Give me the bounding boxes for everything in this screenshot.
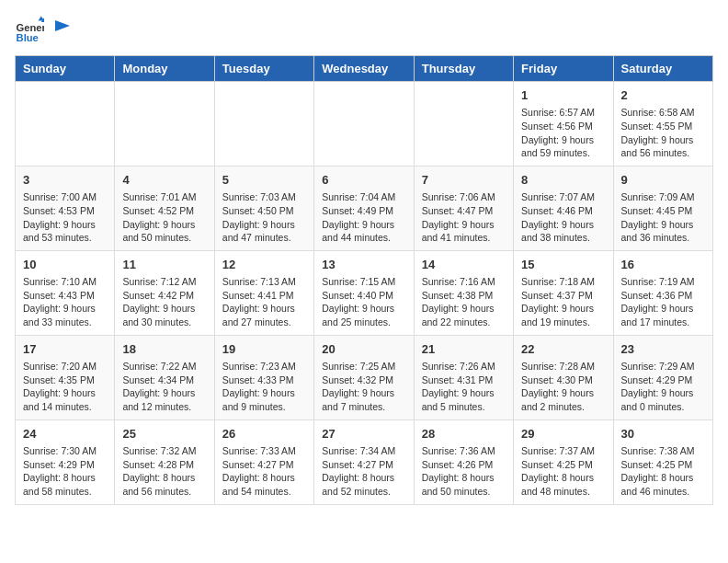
day-number: 27: [322, 426, 405, 442]
day-info: Sunrise: 7:07 AM Sunset: 4:46 PM Dayligh…: [521, 190, 605, 245]
calendar-cell: 16Sunrise: 7:19 AM Sunset: 4:36 PM Dayli…: [613, 250, 712, 335]
day-number: 10: [23, 257, 107, 273]
svg-marker-4: [55, 20, 70, 31]
weekday-header-tuesday: Tuesday: [214, 56, 313, 82]
day-info: Sunrise: 7:12 AM Sunset: 4:42 PM Dayligh…: [122, 275, 206, 329]
day-number: 22: [521, 341, 605, 358]
calendar-cell: 15Sunrise: 7:18 AM Sunset: 4:37 PM Dayli…: [514, 250, 613, 335]
calendar-cell: [214, 82, 313, 167]
calendar-cell: 12Sunrise: 7:13 AM Sunset: 4:41 PM Dayli…: [214, 250, 313, 335]
calendar-cell: [115, 82, 214, 167]
calendar-cell: 11Sunrise: 7:12 AM Sunset: 4:42 PM Dayli…: [115, 250, 214, 335]
day-number: 26: [222, 426, 306, 442]
day-info: Sunrise: 7:10 AM Sunset: 4:43 PM Dayligh…: [23, 275, 107, 329]
day-info: Sunrise: 6:57 AM Sunset: 4:56 PM Dayligh…: [521, 106, 605, 160]
weekday-header-thursday: Thursday: [414, 56, 513, 82]
calendar-cell: 14Sunrise: 7:16 AM Sunset: 4:38 PM Dayli…: [414, 250, 513, 335]
day-number: 6: [322, 172, 405, 189]
calendar-week-3: 10Sunrise: 7:10 AM Sunset: 4:43 PM Dayli…: [16, 250, 713, 335]
weekday-header-saturday: Saturday: [613, 56, 712, 82]
calendar-cell: [314, 82, 414, 167]
day-number: 19: [222, 341, 306, 358]
calendar-week-4: 17Sunrise: 7:20 AM Sunset: 4:35 PM Dayli…: [16, 335, 713, 419]
day-info: Sunrise: 7:33 AM Sunset: 4:27 PM Dayligh…: [222, 444, 306, 499]
day-info: Sunrise: 7:32 AM Sunset: 4:28 PM Dayligh…: [122, 444, 206, 499]
day-number: 23: [621, 341, 705, 358]
day-number: 28: [422, 426, 506, 442]
svg-text:Blue: Blue: [17, 32, 39, 43]
day-info: Sunrise: 7:03 AM Sunset: 4:50 PM Dayligh…: [222, 190, 306, 245]
day-number: 1: [521, 87, 605, 104]
calendar-cell: 21Sunrise: 7:26 AM Sunset: 4:31 PM Dayli…: [414, 335, 513, 419]
calendar-week-5: 24Sunrise: 7:30 AM Sunset: 4:29 PM Dayli…: [16, 419, 713, 504]
day-number: 3: [23, 172, 107, 189]
calendar-cell: 13Sunrise: 7:15 AM Sunset: 4:40 PM Dayli…: [314, 250, 414, 335]
calendar-cell: 23Sunrise: 7:29 AM Sunset: 4:29 PM Dayli…: [613, 335, 712, 419]
day-number: 2: [621, 87, 705, 104]
day-number: 9: [621, 172, 705, 189]
weekday-header-friday: Friday: [514, 56, 613, 82]
calendar-cell: 3Sunrise: 7:00 AM Sunset: 4:53 PM Daylig…: [16, 166, 115, 250]
day-info: Sunrise: 7:15 AM Sunset: 4:40 PM Dayligh…: [322, 275, 405, 329]
day-info: Sunrise: 7:29 AM Sunset: 4:29 PM Dayligh…: [621, 360, 705, 414]
day-number: 7: [422, 172, 506, 189]
day-number: 30: [621, 426, 705, 442]
day-info: Sunrise: 7:19 AM Sunset: 4:36 PM Dayligh…: [621, 275, 705, 329]
calendar-cell: 4Sunrise: 7:01 AM Sunset: 4:52 PM Daylig…: [115, 166, 214, 250]
day-number: 29: [521, 426, 605, 442]
calendar-cell: 30Sunrise: 7:38 AM Sunset: 4:25 PM Dayli…: [613, 419, 712, 504]
calendar-cell: 6Sunrise: 7:04 AM Sunset: 4:49 PM Daylig…: [314, 166, 414, 250]
weekday-header-monday: Monday: [115, 56, 214, 82]
logo: General Blue: [15, 15, 74, 44]
day-number: 15: [521, 257, 605, 273]
day-number: 18: [122, 341, 206, 358]
day-number: 5: [222, 172, 306, 189]
calendar-cell: 26Sunrise: 7:33 AM Sunset: 4:27 PM Dayli…: [214, 419, 313, 504]
day-info: Sunrise: 7:28 AM Sunset: 4:30 PM Dayligh…: [521, 360, 605, 414]
calendar-cell: [16, 82, 115, 167]
day-number: 8: [521, 172, 605, 189]
day-info: Sunrise: 7:18 AM Sunset: 4:37 PM Dayligh…: [521, 275, 605, 329]
calendar-cell: 24Sunrise: 7:30 AM Sunset: 4:29 PM Dayli…: [16, 419, 115, 504]
calendar-week-2: 3Sunrise: 7:00 AM Sunset: 4:53 PM Daylig…: [16, 166, 713, 250]
day-info: Sunrise: 7:36 AM Sunset: 4:26 PM Dayligh…: [422, 444, 506, 499]
day-info: Sunrise: 7:13 AM Sunset: 4:41 PM Dayligh…: [222, 275, 306, 329]
day-number: 17: [23, 341, 107, 358]
day-info: Sunrise: 7:37 AM Sunset: 4:25 PM Dayligh…: [521, 444, 605, 499]
calendar-cell: 22Sunrise: 7:28 AM Sunset: 4:30 PM Dayli…: [514, 335, 613, 419]
calendar-cell: 20Sunrise: 7:25 AM Sunset: 4:32 PM Dayli…: [314, 335, 414, 419]
calendar-cell: 1Sunrise: 6:57 AM Sunset: 4:56 PM Daylig…: [514, 82, 613, 167]
calendar-table: SundayMondayTuesdayWednesdayThursdayFrid…: [15, 55, 713, 505]
day-info: Sunrise: 6:58 AM Sunset: 4:55 PM Dayligh…: [621, 106, 705, 160]
logo-icon: General Blue: [15, 15, 44, 44]
calendar-cell: 17Sunrise: 7:20 AM Sunset: 4:35 PM Dayli…: [16, 335, 115, 419]
day-number: 16: [621, 257, 705, 273]
calendar-cell: 27Sunrise: 7:34 AM Sunset: 4:27 PM Dayli…: [314, 419, 414, 504]
calendar-cell: 7Sunrise: 7:06 AM Sunset: 4:47 PM Daylig…: [414, 166, 513, 250]
day-info: Sunrise: 7:25 AM Sunset: 4:32 PM Dayligh…: [322, 360, 405, 414]
day-info: Sunrise: 7:38 AM Sunset: 4:25 PM Dayligh…: [621, 444, 705, 499]
calendar-cell: 9Sunrise: 7:09 AM Sunset: 4:45 PM Daylig…: [613, 166, 712, 250]
day-info: Sunrise: 7:09 AM Sunset: 4:45 PM Dayligh…: [621, 190, 705, 245]
svg-text:General: General: [17, 22, 44, 33]
calendar-cell: [414, 82, 513, 167]
weekday-header-wednesday: Wednesday: [314, 56, 414, 82]
day-info: Sunrise: 7:00 AM Sunset: 4:53 PM Dayligh…: [23, 190, 107, 245]
calendar-cell: 28Sunrise: 7:36 AM Sunset: 4:26 PM Dayli…: [414, 419, 513, 504]
day-info: Sunrise: 7:23 AM Sunset: 4:33 PM Dayligh…: [222, 360, 306, 414]
page-header: General Blue: [15, 15, 713, 44]
calendar-cell: 25Sunrise: 7:32 AM Sunset: 4:28 PM Dayli…: [115, 419, 214, 504]
day-number: 14: [422, 257, 506, 273]
day-info: Sunrise: 7:30 AM Sunset: 4:29 PM Dayligh…: [23, 444, 107, 499]
day-info: Sunrise: 7:34 AM Sunset: 4:27 PM Dayligh…: [322, 444, 405, 499]
calendar-cell: 2Sunrise: 6:58 AM Sunset: 4:55 PM Daylig…: [613, 82, 712, 167]
calendar-cell: 29Sunrise: 7:37 AM Sunset: 4:25 PM Dayli…: [514, 419, 613, 504]
calendar-week-1: 1Sunrise: 6:57 AM Sunset: 4:56 PM Daylig…: [16, 82, 713, 167]
day-info: Sunrise: 7:06 AM Sunset: 4:47 PM Dayligh…: [422, 190, 506, 245]
day-info: Sunrise: 7:16 AM Sunset: 4:38 PM Dayligh…: [422, 275, 506, 329]
day-number: 21: [422, 341, 506, 358]
day-number: 4: [122, 172, 206, 189]
weekday-header-sunday: Sunday: [16, 56, 115, 82]
day-number: 11: [122, 257, 206, 273]
calendar-cell: 19Sunrise: 7:23 AM Sunset: 4:33 PM Dayli…: [214, 335, 313, 419]
